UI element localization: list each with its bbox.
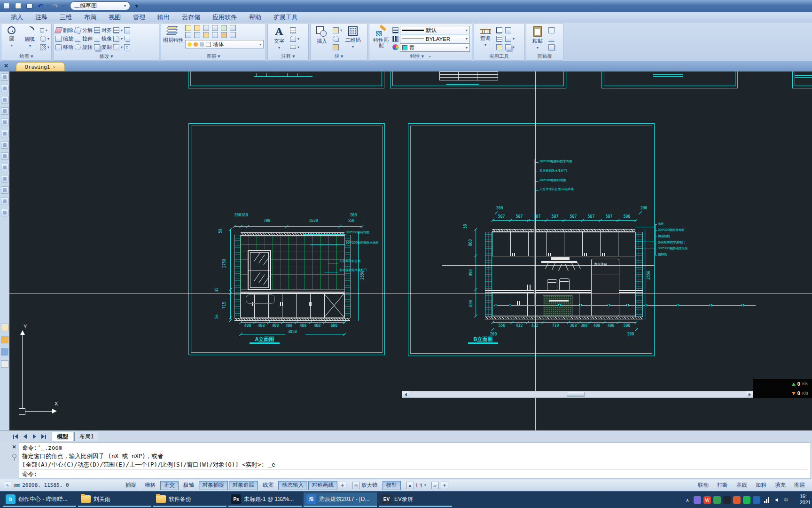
command-history[interactable]: 命令:'_.zoom 指定窗口的角点，输入比例因子 (nX 或 nXP)，或者 … <box>19 443 811 478</box>
command-close-icon[interactable]: ✕ <box>12 444 16 450</box>
side-toolbar-button[interactable] <box>1 141 8 149</box>
hatch-icon[interactable] <box>40 44 46 50</box>
grip-handle[interactable] <box>495 304 497 306</box>
menu-tab-10[interactable]: 扩展工具 <box>267 12 304 23</box>
grip-handle[interactable] <box>608 304 610 306</box>
status-toggle-3[interactable]: 极轴 <box>180 481 198 490</box>
explode-button[interactable]: 分解 <box>82 27 93 34</box>
side-toolbar-button[interactable] <box>1 119 8 126</box>
axes-icon[interactable] <box>496 27 502 33</box>
model-space-badge[interactable]: 模型 <box>383 481 401 490</box>
menu-tab-1[interactable]: 注释 <box>29 12 54 23</box>
grip-handle[interactable] <box>509 304 511 306</box>
status-right-button-3[interactable]: 加粗 <box>752 481 770 490</box>
tray-volume-icon[interactable] <box>773 496 780 504</box>
circle-button[interactable]: 圆▾ <box>3 25 20 53</box>
panel-draw-label[interactable]: 绘图 ▾ <box>1 53 51 60</box>
tab-model[interactable]: 模型 <box>52 432 73 441</box>
taskbar-item-1[interactable]: 刘关雨 <box>78 492 151 507</box>
fillet-icon[interactable] <box>113 36 119 42</box>
status-toggle-1[interactable]: 栅格 <box>141 481 159 490</box>
layer-lock-icon[interactable] <box>203 32 209 38</box>
side-toolbar-button[interactable] <box>1 164 8 171</box>
redo-dropdown-icon[interactable]: ▾ <box>62 4 64 8</box>
taskbar-item-4[interactable]: 浩浩辰建筑2017 - [D... <box>304 492 377 507</box>
side-toolbar-button[interactable] <box>1 130 8 137</box>
panel-layers-label[interactable]: 图层 ▾ <box>161 53 265 60</box>
color-dropdown[interactable]: 青▾ <box>400 43 470 52</box>
taskbar-item-0[interactable]: b创作中心 - 哔哩哔... <box>3 492 76 507</box>
qrcode-button[interactable]: 二维码▾ <box>344 25 362 53</box>
menu-tab-2[interactable]: 三维 <box>54 12 78 23</box>
status-toggle-0[interactable]: 捕捉 <box>122 481 140 490</box>
layer-make-current-icon[interactable] <box>212 25 218 31</box>
status-toggle-2[interactable]: 正交 <box>160 481 179 490</box>
save-as-icon[interactable] <box>13 1 23 10</box>
command-input[interactable]: 命令: <box>22 469 808 478</box>
side-toolbar-button[interactable] <box>1 73 8 81</box>
magnifier-toggle[interactable]: ◎放大镜 <box>348 481 382 490</box>
layer-off-icon[interactable] <box>185 32 191 38</box>
annotation-visibility-icon[interactable]: ▱ <box>431 482 439 489</box>
scale-button[interactable]: 缩放 <box>63 35 73 42</box>
side-toolbar-button[interactable] <box>1 152 8 160</box>
linetype-dropdown[interactable]: BYLAYER▾ <box>400 35 470 43</box>
tray-wechat-icon[interactable] <box>743 496 750 504</box>
taskbar-item-2[interactable]: 软件备份 <box>153 492 226 507</box>
status-toggle-7[interactable]: 动态输入 <box>278 481 307 490</box>
insert-block-button[interactable]: 插入 <box>312 25 331 53</box>
lineweight-dropdown[interactable]: 默认▾ <box>400 26 470 34</box>
layer-isolate-icon[interactable] <box>212 32 218 38</box>
grip-handle[interactable] <box>677 304 679 306</box>
side-toolbar-button[interactable] <box>1 209 8 216</box>
layer-freeze-icon[interactable] <box>194 32 200 38</box>
grip-handle[interactable] <box>626 304 629 306</box>
menu-tab-0[interactable]: 插入 <box>5 12 29 23</box>
block-sync-icon[interactable] <box>333 44 339 50</box>
paste-button[interactable]: 粘贴▾ <box>528 25 547 53</box>
taskbar-item-5[interactable]: EVEV录屏 <box>379 492 452 507</box>
side-palette-button[interactable] <box>1 336 8 343</box>
menu-tab-5[interactable]: 管理 <box>127 12 151 23</box>
status-right-button-0[interactable]: 联动 <box>694 481 712 490</box>
last-tab-icon[interactable] <box>39 433 48 441</box>
redo-icon[interactable]: ↷ <box>51 1 60 10</box>
chamfer-icon[interactable] <box>124 36 130 42</box>
tray-orange-app-icon[interactable] <box>733 496 741 504</box>
qat-overflow-icon[interactable]: ▼ <box>132 1 141 10</box>
align-button[interactable]: 对齐 <box>102 27 112 34</box>
pencil-icon[interactable]: ✎ <box>4 482 11 489</box>
quick-select-icon[interactable] <box>505 36 511 42</box>
grip-handle[interactable] <box>710 304 712 306</box>
menu-tab-9[interactable]: 帮助 <box>243 12 267 23</box>
status-right-button-2[interactable]: 基线 <box>733 481 751 490</box>
mirror-button[interactable]: 镜像 <box>102 35 112 42</box>
menu-tab-7[interactable]: 云存储 <box>176 12 206 23</box>
layer-dropdown[interactable]: 墙体 ▾ <box>185 40 264 48</box>
leader-icon[interactable] <box>290 36 296 42</box>
scroll-left-icon[interactable] <box>402 391 409 397</box>
grip-handle[interactable] <box>558 304 561 306</box>
horizontal-scrollbar[interactable] <box>402 391 753 398</box>
save-icon[interactable] <box>2 1 11 10</box>
tray-chat-icon[interactable] <box>694 496 701 504</box>
layer-unlock-icon[interactable] <box>203 25 209 31</box>
menu-tab-4[interactable]: 视图 <box>102 12 127 23</box>
panel-annotation-label[interactable]: 注释 ▾ <box>268 53 308 60</box>
break-icon[interactable] <box>113 44 119 50</box>
annotation-scale-dropdown[interactable]: ▲1:1 ▾ <box>402 481 430 490</box>
document-tab-drawing1[interactable]: Drawing1✕ <box>16 62 65 71</box>
panel-properties-label[interactable]: 特性 ▾ ⌐ <box>369 53 472 60</box>
tab-close-icon[interactable]: ✕ <box>53 64 55 70</box>
taskbar-item-3[interactable]: Ps未标题-1 @ 132%... <box>228 492 302 507</box>
layer-on-icon[interactable] <box>185 25 191 31</box>
prev-tab-icon[interactable] <box>21 433 29 441</box>
trim-icon[interactable] <box>124 27 130 33</box>
match-properties-button[interactable]: 特性匹配 <box>371 25 391 53</box>
tab-layout1[interactable]: 布局1 <box>74 432 99 441</box>
tray-wifi-icon[interactable] <box>763 496 770 504</box>
rectangle-icon[interactable] <box>40 28 44 32</box>
next-tab-icon[interactable] <box>30 433 39 441</box>
tray-expand-icon[interactable]: ∧ <box>684 496 691 504</box>
status-right-button-1[interactable]: 打断 <box>713 481 732 490</box>
